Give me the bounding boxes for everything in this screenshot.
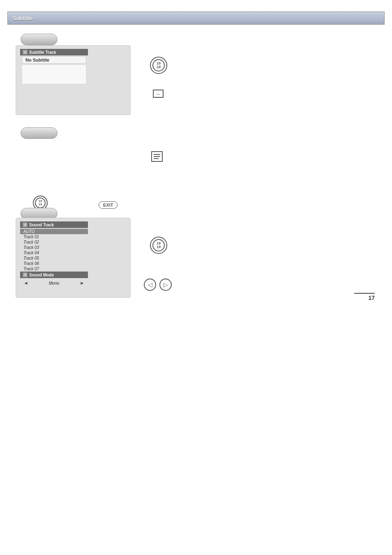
sound-circle-text: 1919: [157, 242, 161, 249]
nav-left-arrow: ◁: [148, 281, 152, 288]
track-item-7[interactable]: Track 07: [20, 266, 88, 272]
small-rect-icon: —: [153, 90, 164, 98]
subtitle-pill-btn-1[interactable]: [21, 34, 58, 45]
track-item-2[interactable]: Track 02: [20, 240, 88, 245]
mode-arrow-left[interactable]: ◄: [23, 280, 28, 286]
circle-icon-text-1: 1919: [157, 62, 161, 69]
sound-outer-circle: 1919: [150, 237, 167, 254]
inner-circle-1: 1919: [152, 59, 165, 71]
sound-mode-value: Mono: [31, 281, 77, 286]
subtitle-circle-icon-area: 1919: [150, 57, 167, 74]
small-rect-icon-area: —: [153, 90, 164, 98]
track-item-5[interactable]: Track 05: [20, 256, 88, 261]
sound-nav-right[interactable]: ▷: [159, 279, 172, 291]
line-2: [154, 156, 160, 157]
sound-inner-circle: 1919: [152, 239, 165, 251]
sound-mode-header: ≡ Sound Mode: [20, 272, 88, 278]
sound-nav-arrows: ◁ ▷: [144, 279, 172, 291]
subtitle-pill-btn-2[interactable]: [21, 127, 58, 139]
page-number-area: 17: [354, 293, 375, 301]
subtitle-header-icon: ≡: [23, 50, 28, 55]
sound-nav-left[interactable]: ◁: [144, 279, 156, 291]
rect-dash: —: [156, 92, 160, 96]
sound-track-panel: ≡ Sound Track AUTOTrack 01Track 02Track …: [20, 221, 88, 277]
page-number: 17: [368, 295, 375, 301]
mode-arrow-right[interactable]: ►: [80, 280, 85, 286]
track-item-0[interactable]: AUTO: [20, 229, 88, 234]
sound-mode-row: ◄ Mono ►: [20, 279, 88, 287]
sound-track-icon: ≡: [23, 222, 28, 227]
sound-track-title: Sound Track: [29, 223, 54, 227]
page-line: [354, 293, 375, 294]
line-3: [154, 158, 159, 159]
sound-mode-panel: ≡ Sound Mode ◄ Mono ►: [20, 272, 88, 287]
subtitle-track-panel: ≡ Subtitle Track No Subtitle: [20, 49, 88, 85]
track-list: AUTOTrack 01Track 02Track 03Track 04Trac…: [20, 229, 88, 277]
outer-circle-1: 1919: [150, 57, 167, 74]
subtitle-empty-area: [22, 64, 86, 84]
subtitle-panel-header: ≡ Subtitle Track: [20, 49, 88, 55]
track-item-6[interactable]: Track 06: [20, 261, 88, 266]
lines-icon: [151, 151, 163, 162]
nav-up-text: 1919: [39, 200, 42, 206]
sound-bg-panel: ≡ Sound Track AUTOTrack 01Track 02Track …: [16, 218, 131, 298]
sound-track-header: ≡ Sound Track: [20, 221, 88, 228]
subtitle-circle-double: 1919: [150, 57, 167, 74]
header-title: Subtitle -: [13, 15, 36, 21]
header-bar: Subtitle -: [7, 12, 385, 25]
sound-mode-title: Sound Mode: [29, 273, 54, 277]
subtitle-pill-1[interactable]: [21, 34, 58, 46]
subtitle-panel-title: Subtitle Track: [29, 50, 56, 55]
track-item-3[interactable]: Track 03: [20, 245, 88, 250]
track-item-1[interactable]: Track 01: [20, 234, 88, 240]
sound-circle-icon-area: 1919: [150, 237, 167, 254]
subtitle-bg-panel: ≡ Subtitle Track No Subtitle: [16, 45, 131, 115]
exit-button[interactable]: EXIT: [99, 201, 118, 209]
sound-mode-icon: ≡: [23, 272, 28, 277]
lines-icon-area: [151, 151, 163, 162]
track-item-4[interactable]: Track 04: [20, 250, 88, 256]
exit-btn-label[interactable]: EXIT: [99, 201, 118, 209]
nav-up-inner: 1919: [35, 198, 46, 208]
line-1: [154, 154, 160, 155]
nav-right-arrow: ▷: [164, 281, 168, 288]
subtitle-pill-2[interactable]: [21, 127, 58, 140]
subtitle-no-subtitle[interactable]: No Subtitle: [22, 56, 86, 64]
